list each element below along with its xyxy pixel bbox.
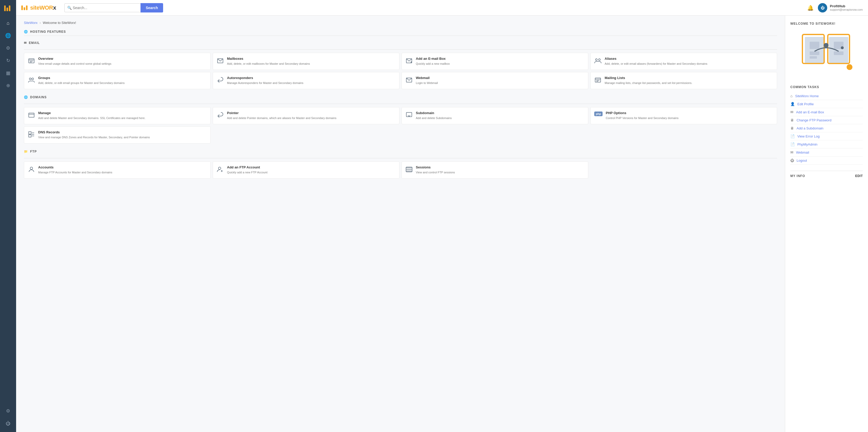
task-list: ⌂ SiteWorx Home 👤 Edit Profile ✉ Add an …	[790, 92, 863, 165]
svg-point-10	[29, 78, 31, 80]
domains-row2: DNS Records View and manage DNS Zones an…	[24, 126, 777, 143]
overview-text: Overview View email usage details and co…	[38, 57, 112, 66]
task-view-error-log[interactable]: 📄 View Error Log	[790, 132, 863, 140]
dns-text: DNS Records View and manage DNS Zones an…	[38, 130, 150, 140]
ftp-section-header: 📁 FTP	[24, 150, 777, 155]
ftp-accounts-desc: Manage FTP Accounts for Master and Secon…	[38, 170, 112, 175]
mailing-lists-desc: Manage mailing lists, change list passwo…	[604, 81, 692, 85]
add-ftp-desc: Quickly add a new FTP Account	[227, 170, 268, 175]
task-webmail[interactable]: ✉ Webmail	[790, 148, 863, 156]
task-siteworx-home[interactable]: ⌂ SiteWorx Home	[790, 92, 863, 100]
autoresponders-text: Autoresponders Manage Autoresponders for…	[227, 76, 303, 85]
sidebar-item-chart[interactable]: ▦	[3, 67, 13, 79]
edit-link[interactable]: EDIT	[855, 174, 863, 178]
svg-rect-17	[29, 113, 34, 117]
search-icon: 🔍	[67, 6, 72, 10]
feature-autoresponders[interactable]: Autoresponders Manage Autoresponders for…	[213, 72, 399, 89]
hosting-features-header: 🌐 HOSTING FEATURES	[24, 30, 777, 36]
sessions-icon	[405, 166, 413, 175]
ftp-accounts-icon	[28, 166, 35, 175]
sidebar-logo	[3, 3, 13, 13]
add-email-desc: Quickly add a new mailbox	[416, 62, 450, 66]
aliases-icon	[594, 57, 601, 66]
task-phpmyadmin[interactable]: 📄 PhpMyAdmin	[790, 140, 863, 148]
pointer-desc: Add and delete Pointer domains, which ar…	[227, 116, 336, 120]
feature-sessions[interactable]: Sessions View and control FTP sessions	[402, 162, 588, 179]
sidebar-item-settings2[interactable]: ⚙	[3, 405, 13, 416]
overview-desc: View email usage details and control som…	[38, 62, 112, 66]
domains-icon: 🌐	[24, 95, 28, 99]
task-ftp-icon: 🖥	[790, 118, 794, 122]
user-email: support@serapisnow.com	[830, 8, 863, 11]
feature-add-ftp-account[interactable]: Add an FTP Account Quickly add a new FTP…	[213, 162, 399, 179]
sidebar-item-globe[interactable]: 🌐	[3, 30, 13, 41]
feature-mailboxes[interactable]: Mailboxes Add, delete, or edit mailboxes…	[213, 53, 399, 70]
autoresponders-desc: Manage Autoresponders for Master and Sec…	[227, 81, 303, 85]
feature-aliases[interactable]: Aliases Add, delete, or edit email alias…	[590, 53, 777, 70]
content-wrapper: SiteWorx › Welcome to SiteWorx! 🌐 HOSTIN…	[16, 16, 868, 432]
autoresponders-title: Autoresponders	[227, 76, 303, 80]
breadcrumb-current: Welcome to SiteWorx!	[43, 21, 76, 25]
sidebar-item-refresh[interactable]: ↻	[3, 55, 13, 66]
feature-php-options[interactable]: php PHP Options Control PHP Versions for…	[590, 107, 777, 124]
manage-icon	[28, 112, 35, 120]
feature-manage[interactable]: Manage Add and delete Master and Seconda…	[24, 107, 211, 124]
task-email-icon: ✉	[790, 110, 794, 114]
task-edit-profile-label: Edit Profile	[797, 102, 814, 106]
svg-point-9	[598, 59, 600, 61]
task-add-subdomain[interactable]: 🖥 Add a Subdomain	[790, 124, 863, 132]
task-webmail-label: Webmail	[796, 150, 809, 154]
task-change-ftp-password[interactable]: 🖥 Change FTP Password	[790, 116, 863, 124]
task-home-icon: ⌂	[790, 94, 793, 98]
task-edit-profile-icon: 👤	[790, 102, 795, 106]
search-input[interactable]	[72, 4, 138, 12]
main-content: SiteWorx › Welcome to SiteWorx! 🌐 HOSTIN…	[16, 16, 785, 432]
subdomain-text: Subdomain Add and delete Subdomains	[416, 111, 452, 120]
task-logout-icon: ⏻	[790, 158, 794, 163]
task-edit-profile[interactable]: 👤 Edit Profile	[790, 100, 863, 108]
my-info-bar: MY INFO EDIT	[790, 171, 863, 178]
breadcrumb-link[interactable]: SiteWorx	[24, 21, 38, 25]
task-ftp-password-label: Change FTP Password	[797, 118, 831, 122]
breadcrumb-separator: ›	[40, 21, 41, 25]
pointer-title: Pointer	[227, 111, 336, 115]
email-icon: ✉	[24, 41, 27, 45]
feature-overview[interactable]: Overview View email usage details and co…	[24, 53, 211, 70]
mailboxes-title: Mailboxes	[227, 57, 310, 61]
top-nav-right: 🔔 ⏻ ProfitHub support@serapisnow.com	[807, 3, 863, 12]
webmail-desc: Login to Webmail	[416, 81, 438, 85]
feature-webmail[interactable]: Webmail Login to Webmail	[402, 72, 588, 89]
svg-point-11	[32, 78, 33, 80]
task-logout[interactable]: ⏻ Logout	[790, 156, 863, 165]
svg-rect-31	[829, 37, 848, 63]
sidebar-item-settings[interactable]: ⚙	[3, 42, 13, 54]
sidebar-item-power[interactable]: ⏻	[3, 418, 13, 429]
svg-point-41	[841, 46, 844, 49]
feature-pointer[interactable]: Pointer Add and delete Pointer domains, …	[213, 107, 399, 124]
mailboxes-desc: Add, delete, or edit mailboxes for Maste…	[227, 62, 310, 66]
ftp-accounts-text: Accounts Manage FTP Accounts for Master …	[38, 165, 112, 175]
ftp-icon: 📁	[24, 150, 28, 153]
dns-icon	[28, 131, 35, 140]
feature-add-email-box[interactable]: Add an E-mail Box Quickly add a new mail…	[402, 53, 588, 70]
feature-groups[interactable]: Groups Add, delete, or edit email groups…	[24, 72, 211, 89]
pointer-icon	[217, 112, 224, 120]
mailboxes-icon	[217, 57, 224, 66]
welcome-title: WELCOME TO SITEWORX!	[790, 22, 863, 26]
sidebar-item-home[interactable]: ⌂	[3, 18, 13, 29]
task-add-email-box[interactable]: ✉ Add an E-mail Box	[790, 108, 863, 116]
bell-icon[interactable]: 🔔	[807, 5, 814, 11]
mailing-lists-icon	[594, 77, 601, 85]
autoresponders-icon	[217, 77, 224, 85]
feature-mailing-lists[interactable]: Mailing Lists Manage mailing lists, chan…	[590, 72, 777, 89]
svg-point-26	[218, 167, 221, 170]
svg-rect-13	[595, 78, 601, 82]
feature-ftp-accounts[interactable]: Accounts Manage FTP Accounts for Master …	[24, 162, 211, 179]
mailing-lists-title: Mailing Lists	[604, 76, 692, 80]
feature-subdomain[interactable]: Subdomain Add and delete Subdomains	[402, 107, 588, 124]
sidebar-item-search[interactable]: ⊕	[3, 80, 13, 91]
feature-dns-records[interactable]: DNS Records View and manage DNS Zones an…	[24, 126, 211, 143]
search-button[interactable]: Search	[141, 3, 163, 12]
svg-rect-30	[805, 37, 824, 63]
user-name: ProfitHub	[830, 4, 863, 8]
